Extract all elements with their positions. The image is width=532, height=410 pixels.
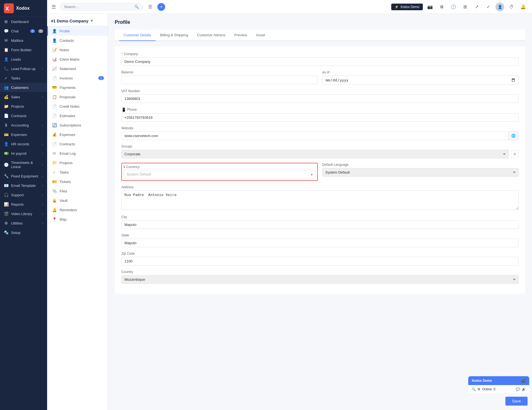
sales-icon: 💰 bbox=[4, 95, 8, 99]
history-icon-button[interactable]: 🕐 bbox=[449, 2, 458, 11]
sub-sidebar-item-proposals[interactable]: 📋 Proposals bbox=[47, 92, 108, 102]
groups-add-button[interactable]: + bbox=[511, 150, 519, 158]
sub-sidebar-item-payments[interactable]: 💳 Payments bbox=[47, 83, 108, 92]
tab-customer-details[interactable]: Customer Details bbox=[119, 30, 156, 41]
menu-icon-button[interactable]: ☰ bbox=[146, 2, 155, 11]
clock-icon-button[interactable]: ⏱ bbox=[507, 2, 516, 11]
phone-input[interactable] bbox=[121, 113, 519, 122]
tab-asset[interactable]: Asset bbox=[252, 30, 270, 41]
sub-sidebar-item-label: Expenses bbox=[60, 133, 75, 137]
sub-sidebar-item-contacts[interactable]: 👤 Contacts bbox=[47, 36, 108, 45]
avatar[interactable]: 👤 bbox=[495, 2, 504, 11]
chat-message-icon[interactable]: 💬 bbox=[516, 387, 520, 391]
sub-sidebar-item-subscriptions[interactable]: 🔄 Subscriptions bbox=[47, 120, 108, 130]
sidebar-item-email-template[interactable]: 📧 Email Template ‹ bbox=[0, 181, 47, 190]
sidebar-item-chat[interactable]: 💬 Chat 0 0 bbox=[0, 26, 47, 36]
chat-settings-icon[interactable]: ⚙ bbox=[477, 387, 480, 391]
sidebar-item-tasks[interactable]: ✓ Tasks bbox=[0, 73, 47, 83]
sidebar-item-timesheets[interactable]: 🕐 Timesheets & Leave ‹ bbox=[0, 158, 47, 171]
sidebar-item-contracts[interactable]: 📄 Contracts bbox=[0, 111, 47, 120]
screen-share-icon-button[interactable]: 🖥 bbox=[437, 2, 446, 11]
sub-sidebar-item-projects[interactable]: 📁 Projects bbox=[47, 158, 108, 167]
sidebar-item-reports[interactable]: 📊 Reports ‹ bbox=[0, 200, 47, 209]
chat-badge-1: 0 bbox=[30, 29, 35, 33]
sub-sidebar-item-map[interactable]: 📍 Map bbox=[47, 215, 108, 224]
demo-button[interactable]: ⚡ Xodox Demo bbox=[391, 4, 423, 10]
sidebar-item-sales[interactable]: 💰 Sales ‹ bbox=[0, 92, 47, 102]
sub-sidebar-item-vault[interactable]: 🔒 Vault bbox=[47, 196, 108, 205]
sidebar-item-accounting[interactable]: $ Accounting ‹ bbox=[0, 120, 47, 130]
tab-preview[interactable]: Preview bbox=[230, 30, 251, 41]
chat-search-icon[interactable]: 🔍 bbox=[472, 387, 476, 391]
vat-number-input[interactable] bbox=[121, 94, 519, 103]
country-select[interactable]: Mozambique bbox=[121, 275, 519, 284]
sidebar-item-video-library[interactable]: 🎬 Video Library ‹ bbox=[0, 209, 47, 218]
sub-sidebar-header: #1 Demo Company ▾ bbox=[47, 14, 108, 26]
sub-sidebar-item-expenses[interactable]: 💰 Expenses bbox=[47, 130, 108, 139]
sidebar-item-customers[interactable]: 👥 Customers bbox=[0, 83, 47, 92]
currency-select[interactable]: System Default bbox=[124, 170, 316, 179]
sub-sidebar-item-label: Tickets bbox=[60, 180, 71, 184]
groups-select[interactable]: Corporate bbox=[121, 150, 509, 158]
add-button[interactable]: + bbox=[157, 3, 165, 11]
sub-sidebar-item-tickets[interactable]: 🎫 Tickets bbox=[47, 177, 108, 186]
default-language-select[interactable]: System Default bbox=[322, 168, 519, 177]
sub-sidebar-item-reminders[interactable]: 🔔 Reminders bbox=[47, 205, 108, 215]
sidebar-item-form-builder[interactable]: 📋 Form Builder bbox=[0, 45, 47, 55]
website-input[interactable] bbox=[122, 132, 508, 140]
sub-sidebar-item-client-matrix[interactable]: 📊 Client Matrix bbox=[47, 55, 108, 64]
company-input[interactable] bbox=[121, 57, 519, 66]
video-icon-button[interactable]: 📷 bbox=[426, 2, 434, 11]
tab-billing-shipping[interactable]: Billing & Shipping bbox=[156, 30, 193, 41]
sub-sidebar-item-invoices[interactable]: 📄 Invoices 1 bbox=[47, 73, 108, 83]
sub-sidebar-item-tasks[interactable]: ✓ Tasks bbox=[47, 167, 108, 177]
as-of-input[interactable] bbox=[322, 76, 519, 85]
grid-icon-button[interactable]: ⊞ bbox=[461, 2, 469, 11]
currency-group: ℹ Currency System Default ▾ bbox=[121, 163, 318, 181]
sidebar-item-hr-records[interactable]: 👤 HR records ‹ bbox=[0, 139, 47, 149]
check-icon-button[interactable]: ✓ bbox=[484, 2, 493, 11]
address-textarea[interactable]: Rua Padre Antonio Veira bbox=[121, 190, 519, 210]
city-label: City bbox=[121, 215, 519, 219]
dashboard-icon: ⊞ bbox=[4, 19, 8, 24]
chat-cam-icon[interactable]: 📹 bbox=[521, 378, 526, 383]
sidebar-item-dashboard[interactable]: ⊞ Dashboard bbox=[0, 17, 47, 26]
sidebar-item-expenses[interactable]: 💳 Expenses bbox=[0, 130, 47, 139]
sidebar-item-projects[interactable]: 📁 Projects bbox=[0, 102, 47, 111]
sidebar-item-leads[interactable]: 👤 Leads bbox=[0, 55, 47, 64]
globe-icon[interactable]: 🌐 bbox=[508, 132, 518, 140]
video-library-icon: 🎬 bbox=[4, 212, 8, 216]
sub-sidebar-item-estimates[interactable]: 📄 Estimates bbox=[47, 111, 108, 120]
state-group: State bbox=[121, 233, 519, 247]
sub-sidebar-item-credit-notes[interactable]: 📄 Credit Notes bbox=[47, 102, 108, 111]
sub-sidebar-item-contracts[interactable]: 📄 Contracts bbox=[47, 139, 108, 149]
sidebar-item-mailbox[interactable]: ✉ Mailbox bbox=[0, 36, 47, 45]
sub-sidebar-item-profile[interactable]: 👤 Profile bbox=[47, 26, 108, 36]
sub-sidebar-item-statement[interactable]: 📈 Statement bbox=[47, 64, 108, 73]
setup-icon: 🔩 bbox=[4, 230, 8, 235]
sidebar-item-lead-follow-up[interactable]: 📞 Lead Follow up ‹ bbox=[0, 64, 47, 73]
state-input[interactable] bbox=[121, 239, 519, 247]
sidebar-item-hr-payroll[interactable]: 💵 Hr payroll ‹ bbox=[0, 149, 47, 158]
zip-code-input[interactable] bbox=[121, 257, 519, 265]
balance-input[interactable] bbox=[121, 76, 318, 84]
tasks-icon: ✓ bbox=[4, 76, 8, 80]
sub-sidebar-item-notes[interactable]: 📝 Notes bbox=[47, 45, 108, 55]
tab-customer-admins[interactable]: Customer Admins bbox=[193, 30, 230, 41]
chat-volume-icon[interactable]: 🔊 bbox=[522, 387, 526, 391]
hamburger-button[interactable]: ☰ bbox=[52, 4, 56, 10]
company-dropdown-icon[interactable]: ▾ bbox=[91, 18, 93, 23]
sub-sidebar-item-files[interactable]: 📎 Files bbox=[47, 186, 108, 196]
city-input[interactable] bbox=[121, 220, 519, 229]
sidebar-item-setup[interactable]: 🔩 Setup bbox=[0, 228, 47, 237]
sidebar-item-fixed-equipment[interactable]: 🔧 Fixed Equipment ‹ bbox=[0, 171, 47, 181]
share-icon-button[interactable]: ↗ bbox=[472, 2, 481, 11]
notification-icon-button[interactable]: 🔔 bbox=[519, 2, 528, 11]
search-input[interactable] bbox=[64, 5, 132, 9]
sub-sidebar-item-email-log[interactable]: ✉ Email Log bbox=[47, 149, 108, 158]
sidebar-item-support[interactable]: 🎧 Support ‹ bbox=[0, 190, 47, 200]
chevron-icon: ‹ bbox=[42, 143, 43, 146]
save-button[interactable]: Save bbox=[505, 397, 528, 406]
balance-group: Balance bbox=[121, 70, 318, 85]
sidebar-item-utilities[interactable]: ⚙ Utilities ‹ bbox=[0, 218, 47, 228]
